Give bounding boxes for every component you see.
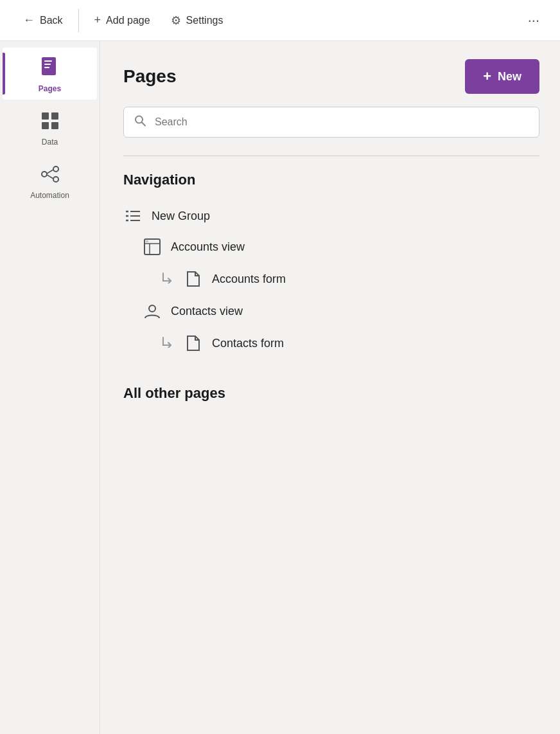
add-page-label: Add page: [106, 15, 150, 26]
svg-point-25: [149, 305, 155, 312]
toolbar-divider: [78, 9, 79, 32]
svg-line-12: [47, 175, 53, 179]
add-icon: +: [94, 13, 101, 27]
nav-item-new-group[interactable]: New Group: [123, 201, 539, 231]
sidebar-pages-label: Pages: [39, 84, 61, 93]
back-label: Back: [40, 15, 63, 26]
settings-button[interactable]: ⚙ Settings: [161, 8, 234, 33]
main-layout: Pages Data: [0, 41, 560, 734]
nav-item-accounts-view[interactable]: Accounts view: [123, 231, 539, 263]
nav-new-group-label: New Group: [152, 210, 210, 223]
new-plus-icon: +: [483, 68, 491, 85]
search-input[interactable]: [123, 107, 539, 138]
svg-rect-1: [44, 60, 52, 62]
sidebar-item-data[interactable]: Data: [3, 102, 97, 153]
sidebar-data-label: Data: [42, 138, 58, 147]
contacts-view-icon: [143, 303, 162, 319]
contacts-form-label: Contacts form: [212, 337, 284, 350]
more-button[interactable]: ···: [520, 7, 547, 34]
svg-rect-5: [51, 112, 58, 120]
svg-rect-6: [42, 122, 49, 129]
pages-icon: [40, 57, 60, 82]
sub-arrow-icon-2: [162, 336, 175, 350]
accounts-view-label: Accounts view: [171, 240, 245, 254]
new-button[interactable]: + New: [465, 59, 539, 94]
svg-line-14: [142, 123, 145, 126]
pages-header: Pages + New: [123, 59, 539, 94]
svg-point-10: [53, 177, 58, 182]
add-page-button[interactable]: + Add page: [84, 8, 161, 32]
section-divider: [123, 156, 539, 156]
svg-rect-3: [44, 67, 49, 68]
sidebar-automation-label: Automation: [30, 191, 69, 200]
svg-line-11: [47, 170, 53, 174]
settings-label: Settings: [186, 15, 223, 26]
sub-arrow-icon-1: [162, 272, 175, 286]
back-icon: ←: [23, 13, 35, 27]
automation-icon: [40, 165, 60, 188]
accounts-form-icon: [184, 271, 203, 287]
page-title: Pages: [123, 66, 177, 87]
all-other-pages-title: All other pages: [123, 385, 539, 402]
nav-item-contacts-form[interactable]: Contacts form: [123, 327, 539, 359]
contacts-form-icon: [184, 335, 203, 352]
svg-rect-7: [51, 122, 58, 129]
navigation-list: New Group Accounts view: [123, 201, 539, 359]
svg-point-8: [42, 172, 47, 177]
content-area: Pages + New Navigation: [100, 41, 560, 734]
sidebar-item-pages[interactable]: Pages: [3, 48, 97, 100]
search-icon: [134, 114, 146, 130]
nav-item-accounts-form[interactable]: Accounts form: [123, 263, 539, 295]
navigation-section-title: Navigation: [123, 172, 539, 188]
nav-item-contacts-view[interactable]: Contacts view: [123, 295, 539, 327]
new-btn-label: New: [498, 70, 521, 84]
sidebar-item-automation[interactable]: Automation: [3, 156, 97, 206]
svg-rect-4: [42, 112, 49, 120]
search-wrapper: [123, 107, 539, 138]
more-icon: ···: [528, 12, 539, 28]
svg-rect-24: [146, 240, 148, 242]
accounts-form-label: Accounts form: [212, 273, 286, 286]
toolbar: ← Back + Add page ⚙ Settings ···: [0, 0, 560, 41]
contacts-view-label: Contacts view: [171, 305, 243, 318]
back-button[interactable]: ← Back: [13, 8, 73, 32]
gear-icon: ⚙: [171, 13, 181, 28]
sidebar: Pages Data: [0, 41, 100, 734]
list-icon: [123, 209, 143, 223]
svg-point-9: [53, 166, 58, 172]
data-icon: [40, 111, 60, 135]
accounts-view-icon: [143, 238, 162, 255]
svg-rect-2: [44, 64, 51, 65]
svg-rect-0: [42, 57, 56, 75]
